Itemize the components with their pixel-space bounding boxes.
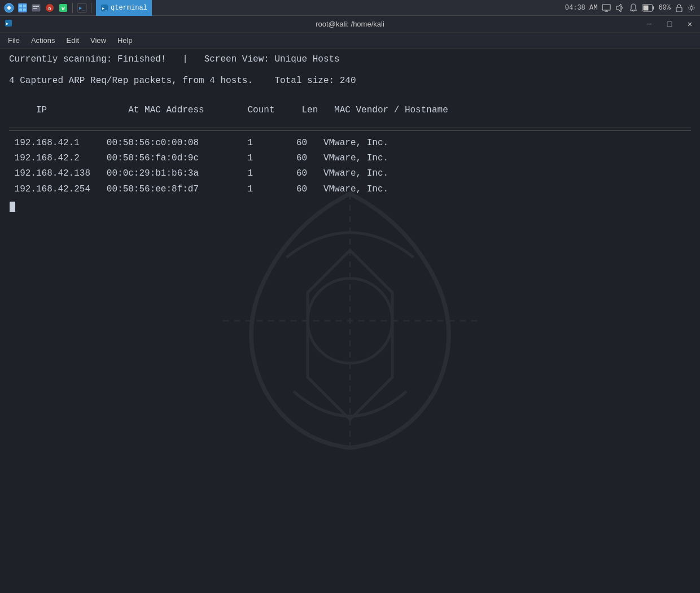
svg-text:D: D <box>49 6 51 11</box>
app-icon-2[interactable] <box>17 2 28 14</box>
menu-item-file[interactable]: File <box>2 34 25 47</box>
app-icon-1[interactable] <box>3 2 15 14</box>
qterminal-icon: ▶_ <box>100 4 108 12</box>
table-row: 192.168.42.138 00:0c:29:b1:b6:3a 1 60 VM… <box>9 166 691 181</box>
kali-watermark <box>209 180 491 462</box>
svg-point-25 <box>690 6 693 9</box>
active-app-label: qterminal <box>111 4 147 12</box>
svg-text:W: W <box>62 6 65 12</box>
col-vendor: MAC Vendor / Hostname <box>334 105 448 115</box>
menu-item-actions[interactable]: Actions <box>25 34 61 47</box>
svg-rect-22 <box>653 6 654 10</box>
svg-rect-3 <box>23 5 26 7</box>
cursor-line <box>9 202 691 212</box>
menu-item-view[interactable]: View <box>85 34 112 47</box>
monitor-icon <box>602 3 611 12</box>
app-icon-4[interactable]: D <box>44 2 55 14</box>
terminal-content[interactable]: Currently scanning: Finished! | Screen V… <box>0 49 700 593</box>
window-title: root@kali: /home/kali <box>316 20 384 28</box>
battery-icon <box>642 4 654 12</box>
summary-line: 4 Captured ARP Req/Rep packets, from 4 h… <box>9 76 691 86</box>
settings-icon <box>688 4 695 12</box>
table-row: 192.168.42.2 00:50:56:fa:0d:9c 1 60 VMwa… <box>9 151 691 166</box>
app-icon-5[interactable]: W <box>58 2 69 14</box>
svg-rect-4 <box>19 8 22 11</box>
minimize-button[interactable]: ─ <box>639 16 659 33</box>
col-len: Len <box>301 105 334 115</box>
menubar: FileActionsEditViewHelp <box>0 33 700 49</box>
taskbar-app-icons: D W ▶_ <box>0 2 96 14</box>
app-icon-3[interactable] <box>30 2 42 14</box>
terminal-cursor <box>10 202 15 212</box>
titlebar-window-icon: ▶ <box>5 19 12 29</box>
lock-icon <box>675 4 683 12</box>
restore-button[interactable]: □ <box>659 16 680 33</box>
active-app-tab[interactable]: ▶_ qterminal <box>96 0 152 16</box>
svg-text:▶_: ▶_ <box>79 5 85 11</box>
taskbar-separator-2 <box>91 3 91 13</box>
taskbar-separator <box>72 3 73 13</box>
taskbar-system-tray: 04:38 AM 60% <box>561 0 700 15</box>
close-button[interactable]: ✕ <box>680 16 700 33</box>
volume-icon <box>615 3 624 12</box>
col-count: Count <box>247 105 301 115</box>
menu-item-help[interactable]: Help <box>112 34 138 47</box>
titlebar: ▶ root@kali: /home/kali ─ □ ✕ <box>0 16 700 33</box>
svg-rect-23 <box>644 5 649 10</box>
menu-item-edit[interactable]: Edit <box>61 34 85 47</box>
svg-rect-8 <box>33 8 37 9</box>
notification-icon <box>629 3 638 12</box>
svg-text:▶_: ▶_ <box>102 6 107 11</box>
col-at-mac: At MAC Address <box>128 105 247 115</box>
svg-rect-17 <box>602 5 610 10</box>
table-header-divider <box>9 130 691 131</box>
svg-marker-20 <box>616 4 621 12</box>
svg-rect-2 <box>19 5 22 7</box>
svg-rect-5 <box>23 8 26 11</box>
battery-level: 60% <box>658 4 671 12</box>
terminal-toggle-icon[interactable]: ▶_ <box>76 2 88 14</box>
table-header: IP At MAC Address Count Len MAC Vendor /… <box>9 95 691 128</box>
taskbar: D W ▶_ ▶_ qterminal 04:38 AM 60% <box>0 0 700 16</box>
table-row: 192.168.42.1 00:50:56:c0:00:08 1 60 VMwa… <box>9 136 691 151</box>
col-ip: IP <box>30 105 128 115</box>
status-line: Currently scanning: Finished! | Screen V… <box>9 54 691 64</box>
table-row: 192.168.42.254 00:50:56:ee:8f:d7 1 60 VM… <box>9 182 691 197</box>
svg-rect-7 <box>33 6 39 7</box>
svg-point-28 <box>308 278 392 363</box>
svg-rect-24 <box>676 7 682 12</box>
clock: 04:38 AM <box>565 4 598 12</box>
window-controls: ─ □ ✕ <box>639 16 700 32</box>
table-rows: 192.168.42.1 00:50:56:c0:00:08 1 60 VMwa… <box>9 136 691 197</box>
